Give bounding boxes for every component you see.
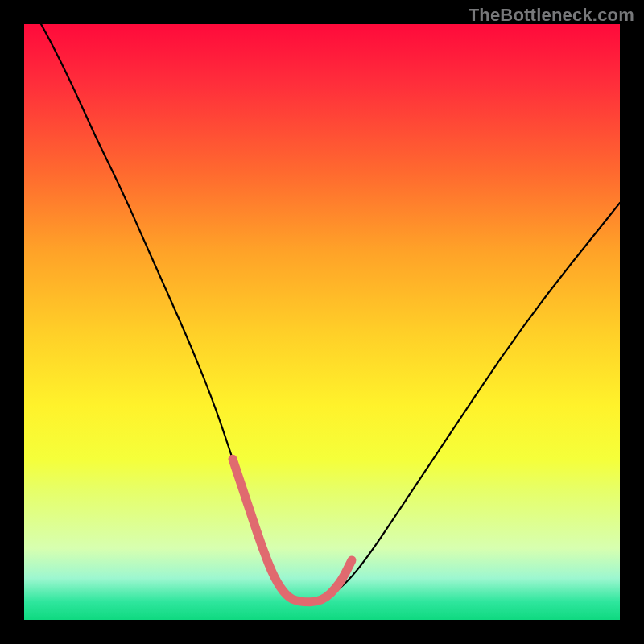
highlight-segment xyxy=(233,459,352,602)
curve-layer xyxy=(24,24,620,620)
bottleneck-curve xyxy=(24,24,620,602)
watermark-text: TheBottleneck.com xyxy=(469,5,634,26)
chart-container: TheBottleneck.com xyxy=(0,0,644,644)
